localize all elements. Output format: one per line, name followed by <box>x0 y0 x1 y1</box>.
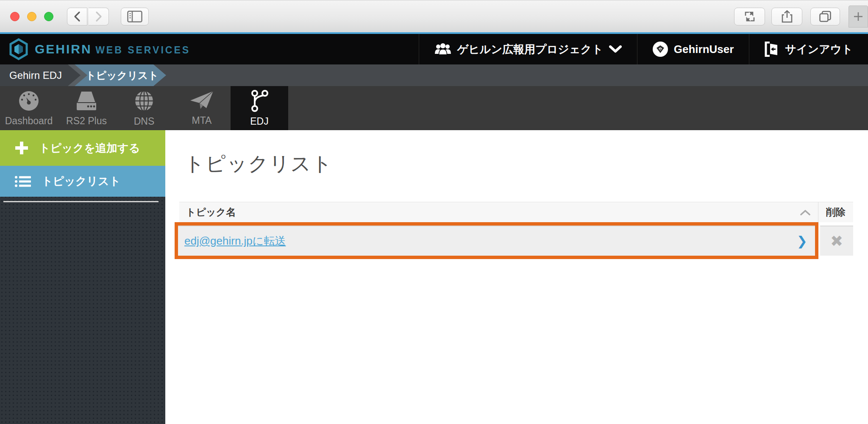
tab-label: DNS <box>134 116 155 127</box>
tab-label: Dashboard <box>5 115 53 127</box>
project-selector[interactable]: ゲヒルン広報用プロジェクト <box>419 34 637 64</box>
topic-column-label: トピック名 <box>179 206 800 219</box>
signout-icon <box>765 42 779 57</box>
sidebar: トピックを追加する トピックリスト <box>0 130 165 424</box>
signout-label: サインアウト <box>785 42 853 57</box>
tab-overview-button[interactable] <box>810 8 840 25</box>
avatar <box>653 42 668 57</box>
group-icon <box>434 43 451 56</box>
brand-name: GEHIRN <box>35 42 92 56</box>
main-panel: トピックリスト トピック名 削除 edj@gehirn.jpに転 <box>165 130 868 424</box>
project-name: ゲヒルン広報用プロジェクト <box>457 42 603 57</box>
branch-icon <box>249 89 270 112</box>
gauge-icon <box>18 90 40 112</box>
breadcrumb-label: トピックリスト <box>86 69 159 82</box>
fullscreen-icon <box>743 10 756 23</box>
breadcrumb-item-gehirn-edj[interactable]: Gehirn EDJ <box>0 64 81 86</box>
sidebar-divider <box>3 201 159 202</box>
globe-icon <box>133 89 156 112</box>
tab-label: EDJ <box>250 116 268 127</box>
delete-cell: ✖ <box>820 226 853 256</box>
sidebar-item-label: トピックを追加する <box>39 141 140 156</box>
tab-edj[interactable]: EDJ <box>231 86 288 130</box>
module-nav: Dashboard RS2 Plus DNS <box>0 86 868 130</box>
delete-column-label: 削除 <box>818 206 853 219</box>
topic-table: トピック名 削除 edj@gehirn.jpに転送 ❯ <box>179 202 853 259</box>
gehirn-hexagon-icon <box>8 38 29 61</box>
sidebar-item-topic-list[interactable]: トピックリスト <box>0 166 165 197</box>
minimize-window-button[interactable] <box>27 12 36 21</box>
tab-dashboard[interactable]: Dashboard <box>0 86 58 130</box>
table-header: トピック名 削除 <box>179 202 853 222</box>
chevron-down-icon <box>609 45 622 53</box>
brand-suffix: WEB SERVICES <box>95 45 190 56</box>
delete-x-icon[interactable]: ✖ <box>830 234 843 249</box>
page-title: トピックリスト <box>184 151 853 177</box>
table-row: edj@gehirn.jpに転送 ❯ ✖ <box>179 222 853 259</box>
tab-rs2-plus[interactable]: RS2 Plus <box>58 86 115 130</box>
topic-cell: edj@gehirn.jpに転送 ❯ <box>178 226 815 256</box>
content-area: トピックを追加する トピックリスト トピックリスト トピック名 <box>0 130 868 424</box>
paper-plane-icon <box>189 90 214 112</box>
gehirn-user-icon <box>656 45 665 53</box>
plus-icon <box>14 141 29 155</box>
close-window-button[interactable] <box>10 12 19 21</box>
sidebar-toggle-button[interactable] <box>121 8 149 25</box>
new-tab-icon <box>853 11 864 22</box>
topic-link[interactable]: edj@gehirn.jpに転送 <box>184 234 797 248</box>
browser-toolbar <box>0 0 868 32</box>
share-icon <box>781 10 793 23</box>
sidebar-item-label: トピックリスト <box>42 174 120 189</box>
app-header: GEHIRN WEB SERVICES ゲヒルン広報用プロジェクト <box>0 34 868 64</box>
tab-label: MTA <box>192 115 212 126</box>
zoom-window-button[interactable] <box>44 12 53 21</box>
back-icon <box>73 11 81 22</box>
table-header-topic: トピック名 <box>179 202 818 222</box>
tab-mta[interactable]: MTA <box>173 86 231 130</box>
back-button[interactable] <box>67 8 87 25</box>
server-icon <box>75 90 98 112</box>
brand-logo: GEHIRN WEB SERVICES <box>0 34 419 64</box>
sidebar-toggle-icon <box>127 11 142 22</box>
signout-button[interactable]: サインアウト <box>749 34 868 64</box>
share-button[interactable] <box>771 8 802 25</box>
row-chevron-icon[interactable]: ❯ <box>797 234 807 248</box>
user-name: GehirnUser <box>674 43 734 56</box>
forward-icon <box>95 11 103 22</box>
user-menu[interactable]: GehirnUser <box>637 34 749 64</box>
tab-dns[interactable]: DNS <box>115 86 173 130</box>
tab-label: RS2 Plus <box>66 115 107 127</box>
breadcrumb: トピックリスト Gehirn EDJ <box>0 64 868 86</box>
new-tab-button[interactable] <box>849 6 868 28</box>
list-icon <box>14 175 31 188</box>
breadcrumb-label: Gehirn EDJ <box>9 70 62 81</box>
forward-button[interactable] <box>89 8 109 25</box>
tab-overview-icon <box>819 11 832 22</box>
row-highlight-outline: edj@gehirn.jpに転送 ❯ <box>175 222 818 259</box>
fullscreen-button[interactable] <box>734 8 765 25</box>
sidebar-item-add-topic[interactable]: トピックを追加する <box>0 130 165 166</box>
sort-caret-icon[interactable] <box>800 209 810 215</box>
